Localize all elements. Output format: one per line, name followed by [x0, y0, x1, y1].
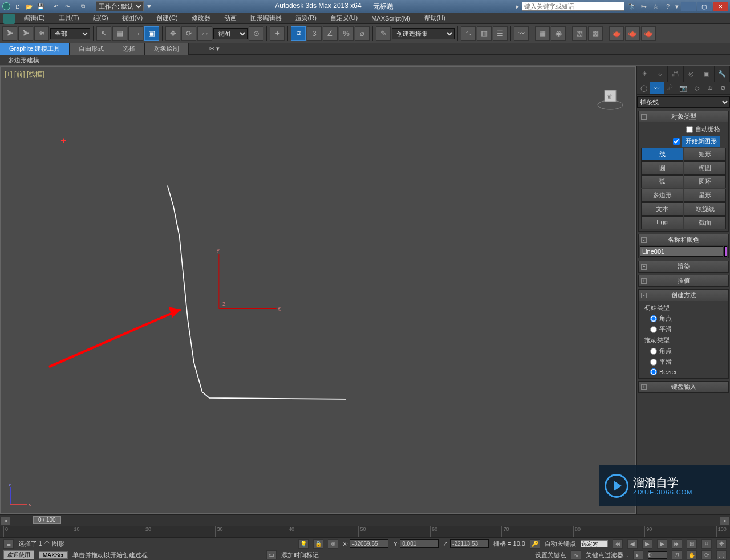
helpers-icon[interactable]: ◇	[690, 82, 703, 94]
mirror-icon[interactable]: ⇋	[461, 26, 476, 41]
bind-space-icon[interactable]: ≋	[34, 26, 49, 41]
material-editor-icon[interactable]: ◉	[551, 26, 566, 41]
drag-bezier-radio[interactable]	[650, 368, 657, 375]
hierarchy-panel-icon[interactable]: 品	[668, 66, 683, 82]
undo-button[interactable]: ↶	[51, 2, 61, 11]
tab-freeform[interactable]: 自由形式	[70, 43, 113, 55]
cameras-icon[interactable]: 📷	[677, 82, 690, 94]
menu-tools[interactable]: 工具(T)	[52, 13, 86, 23]
script-listener-icon[interactable]: ≣	[3, 539, 14, 549]
layer-icon[interactable]: ☰	[493, 26, 508, 41]
percent-snap-icon[interactable]: %	[339, 26, 354, 41]
rollout-toggle-icon[interactable]: +	[641, 384, 647, 390]
obj-rectangle-button[interactable]: 矩形	[684, 148, 726, 161]
initial-smooth-radio[interactable]	[650, 326, 657, 333]
viewport[interactable]: [+] [前] [线框] y x z 前 z x	[0, 66, 636, 514]
time-slider[interactable]: ◂ 0 / 100 ▸	[0, 514, 730, 526]
rollout-toggle-icon[interactable]: +	[641, 278, 647, 284]
render-setup-icon[interactable]: ▧	[572, 26, 587, 41]
link-button[interactable]: ⧉	[78, 2, 88, 11]
key-filters-icon[interactable]: ∿	[571, 550, 581, 559]
menu-grapheditors[interactable]: 图形编辑器	[244, 13, 289, 23]
select-by-name-icon[interactable]: ▤	[112, 26, 127, 41]
menu-modifiers[interactable]: 修改器	[185, 13, 217, 23]
time-slider-handle[interactable]: 0 / 100	[33, 516, 61, 524]
spacewarps-icon[interactable]: ≋	[703, 82, 716, 94]
next-frame-icon[interactable]: ▶	[657, 539, 667, 549]
new-file-button[interactable]: 🗋	[13, 2, 23, 11]
rollout-toggle-icon[interactable]: -	[641, 114, 647, 120]
workspace-dropdown-icon[interactable]: ▼	[146, 3, 152, 10]
selected-input[interactable]	[581, 540, 608, 547]
ref-coord-select[interactable]: 视图	[213, 28, 248, 39]
absolute-transform-icon[interactable]: ⊕	[328, 539, 338, 549]
time-slider-end-icon[interactable]: ▸	[720, 516, 730, 525]
x-coord-input[interactable]	[350, 539, 388, 548]
key-icon[interactable]: 🗝	[639, 2, 649, 11]
systems-icon[interactable]: ⚙	[717, 82, 730, 94]
object-name-input[interactable]	[640, 246, 723, 257]
menu-rendering[interactable]: 渲染(R)	[289, 13, 323, 23]
window-maximize-button[interactable]: ▢	[697, 2, 712, 11]
select-region-rect-icon[interactable]: ▭	[128, 26, 143, 41]
time-config-icon[interactable]: ⏱	[672, 550, 682, 559]
obj-ngon-button[interactable]: 多边形	[641, 189, 683, 202]
workspace-select[interactable]: 工作台: 默认	[96, 1, 144, 11]
menu-animation[interactable]: 动画	[217, 13, 244, 23]
maxscript-tag[interactable]: MAXScr	[39, 551, 68, 559]
obj-line-button[interactable]: 线	[641, 148, 683, 161]
welcome-tag[interactable]: 欢迎使用	[3, 550, 34, 559]
motion-panel-icon[interactable]: ◎	[684, 66, 699, 82]
drag-smooth-radio[interactable]	[650, 359, 657, 366]
snap-toggle-icon[interactable]: ⌑	[291, 26, 306, 41]
current-frame-input[interactable]	[648, 551, 667, 559]
category-select[interactable]: 样条线	[637, 96, 730, 108]
menu-edit[interactable]: 编辑(E)	[17, 13, 52, 23]
geometry-icon[interactable]: ◯	[637, 82, 650, 94]
edit-named-sel-icon[interactable]: ✎	[376, 26, 391, 41]
obj-ellipse-button[interactable]: 椭圆	[684, 161, 726, 175]
open-file-button[interactable]: 📂	[24, 2, 34, 11]
obj-egg-button[interactable]: Egg	[641, 216, 683, 229]
angle-snap-icon[interactable]: ∠	[323, 26, 338, 41]
snap-3d-icon[interactable]: 3	[307, 26, 322, 41]
spinner-snap-icon[interactable]: ⌀	[355, 26, 370, 41]
nav-icon1[interactable]: ⊞	[687, 539, 697, 549]
obj-section-button[interactable]: 截面	[684, 216, 726, 229]
polygon-modeling-panel[interactable]: 多边形建模	[3, 55, 44, 66]
curve-editor-icon[interactable]: 〰	[514, 26, 529, 41]
window-crossing-icon[interactable]: ▣	[144, 26, 159, 41]
menu-group[interactable]: 组(G)	[86, 13, 115, 23]
scale-icon[interactable]: ▱	[197, 26, 212, 41]
nav-icon2[interactable]: ⌗	[701, 539, 712, 549]
title-dropdown2-icon[interactable]: ▾	[675, 3, 679, 10]
search-input[interactable]	[522, 2, 624, 11]
use-pivot-icon[interactable]: ⊙	[249, 26, 263, 41]
rollout-toggle-icon[interactable]: -	[641, 293, 647, 298]
menu-views[interactable]: 视图(V)	[115, 13, 150, 23]
nav-orbit-icon[interactable]: ⟳	[701, 550, 712, 559]
menu-customize[interactable]: 自定义(U)	[323, 13, 364, 23]
autokey-button[interactable]: 自动关键点	[545, 539, 576, 548]
key-filter-button[interactable]: 关键点过滤器...	[586, 551, 628, 559]
rollout-toggle-icon[interactable]: +	[641, 264, 647, 270]
prev-frame-icon[interactable]: ◀	[627, 539, 638, 549]
select-manipulate-icon[interactable]: ✦	[270, 26, 285, 41]
set-key-button[interactable]: 设置关键点	[535, 551, 566, 559]
obj-arc-button[interactable]: 弧	[641, 175, 683, 188]
isolate-icon[interactable]: 💡	[298, 539, 309, 549]
window-minimize-button[interactable]: —	[681, 2, 696, 11]
menu-help[interactable]: 帮助(H)	[417, 13, 452, 23]
align-icon[interactable]: ▥	[477, 26, 492, 41]
render-teapot1-icon[interactable]: 🫖	[609, 26, 624, 41]
play-icon[interactable]: ▶	[642, 539, 652, 549]
ribbon-collapse-icon[interactable]: ✉ ▾	[206, 44, 223, 54]
app-logo-icon[interactable]	[3, 14, 15, 24]
goto-start-icon[interactable]: ⏮	[613, 539, 623, 549]
menu-create[interactable]: 创建(C)	[149, 13, 184, 23]
time-tag-icon[interactable]: 🏷	[266, 550, 277, 559]
help-icon[interactable]: ?	[663, 2, 673, 11]
nav-icon3[interactable]: ✥	[716, 539, 727, 549]
comm-center-icon[interactable]: 🔑	[530, 539, 540, 549]
obj-circle-button[interactable]: 圆	[641, 161, 683, 175]
